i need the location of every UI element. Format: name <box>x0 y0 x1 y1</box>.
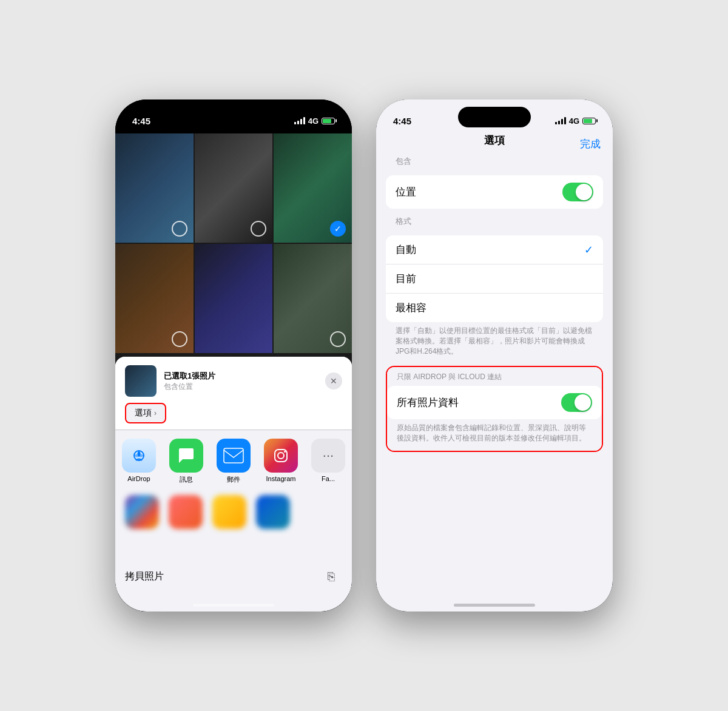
share-app-more[interactable]: ··· Fa... <box>305 439 352 484</box>
photo-cell-4[interactable] <box>115 244 194 353</box>
mail-icon <box>217 439 251 473</box>
select-circle-4[interactable] <box>172 331 187 347</box>
share-sheet: 已選取1張照片 包含位置 ✕ 選項 › <box>115 357 352 612</box>
include-card: 位置 <box>386 175 603 209</box>
share-app-messages[interactable]: 訊息 <box>163 439 210 484</box>
photo-cell-2[interactable] <box>195 133 273 243</box>
format-current-label: 目前 <box>396 272 416 286</box>
format-card: 自動 ✓ 目前 最相容 <box>386 235 603 322</box>
format-section: 格式 自動 ✓ 目前 最相容 選擇「自動」以使用目標位置的最佳格式或「目前」以避… <box>376 214 613 361</box>
airdrop-icon <box>122 439 156 473</box>
checkmark-icon: ✓ <box>584 243 593 257</box>
left-phone: 4:45 4G <box>115 99 352 612</box>
dynamic-island-right <box>458 107 531 127</box>
options-button-wrap: 選項 › <box>125 403 166 423</box>
mail-label: 郵件 <box>227 475 240 484</box>
format-compatible-label: 最相容 <box>396 301 426 315</box>
airdrop-section-highlighted: 只限 AIRDROP 與 ICLOUD 連結 所有照片資料 原始品質的檔案會包含… <box>386 366 603 452</box>
format-auto-label: 自動 <box>396 243 416 257</box>
signal-icon-right <box>555 117 566 124</box>
share-header: 已選取1張照片 包含位置 ✕ 選項 › <box>115 357 352 430</box>
messages-icon <box>169 439 203 473</box>
share-close-button[interactable]: ✕ <box>325 372 342 389</box>
close-icon: ✕ <box>330 376 337 386</box>
svg-point-4 <box>284 451 286 453</box>
done-button[interactable]: 完成 <box>580 137 601 151</box>
location-toggle[interactable] <box>562 183 593 201</box>
photo-cell-3[interactable]: ✓ <box>274 133 352 243</box>
share-apps-row: AirDrop 訊息 <box>115 430 352 490</box>
signal-icon-left <box>294 117 305 124</box>
blurred-icon-2 <box>169 495 203 529</box>
share-bottom-bar: 拷貝照片 ⎘ <box>115 559 352 593</box>
blurred-icon-3 <box>212 495 246 529</box>
format-current-row[interactable]: 目前 <box>386 265 603 294</box>
share-app-mail[interactable]: 郵件 <box>210 439 257 484</box>
messages-label: 訊息 <box>180 475 193 484</box>
share-more-icons <box>115 490 352 534</box>
battery-icon-right <box>582 118 596 124</box>
photo-cell-6[interactable] <box>274 244 352 353</box>
photo-cell-5[interactable] <box>195 244 273 353</box>
select-circle-2[interactable] <box>251 221 266 237</box>
svg-rect-1 <box>224 448 243 463</box>
include-section: 包含 位置 <box>376 153 613 209</box>
all-photos-row[interactable]: 所有照片資料 <box>387 386 602 419</box>
airdrop-card: 所有照片資料 <box>387 386 602 419</box>
options-label: 選項 <box>135 408 152 419</box>
select-circle-6[interactable] <box>330 331 346 347</box>
battery-icon-left <box>322 118 335 124</box>
share-title: 已選取1張照片 <box>164 371 318 382</box>
share-preview-image <box>125 365 157 397</box>
more-label: Fa... <box>322 475 335 482</box>
more-icon: ··· <box>311 439 345 473</box>
copy-photos-label: 拷貝照片 <box>125 570 164 583</box>
options-title: 選項 <box>484 133 505 147</box>
network-type-right: 4G <box>569 116 579 126</box>
chevron-icon: › <box>154 409 157 417</box>
format-auto-row[interactable]: 自動 ✓ <box>386 235 603 265</box>
include-section-label: 包含 <box>376 153 613 170</box>
blurred-icon-4 <box>256 495 290 529</box>
blurred-icon-1 <box>125 495 159 529</box>
options-button[interactable]: 選項 › <box>125 403 166 423</box>
instagram-icon <box>264 439 298 473</box>
right-phone: 4:45 4G 選項 完成 包含 <box>376 99 613 612</box>
all-photos-label: 所有照片資料 <box>397 396 459 409</box>
time-right: 4:45 <box>393 116 411 126</box>
svg-point-3 <box>278 453 284 459</box>
format-description: 選擇「自動」以使用目標位置的最佳格式或「目前」以避免檔案格式轉換。若選擇「最相容… <box>386 322 603 361</box>
location-row[interactable]: 位置 <box>386 175 603 209</box>
home-indicator-right <box>454 604 535 607</box>
time-left: 4:45 <box>132 116 150 126</box>
photo-cell-1[interactable] <box>115 133 194 243</box>
format-compatible-row[interactable]: 最相容 <box>386 294 603 322</box>
dynamic-island-left <box>197 107 270 127</box>
airdrop-section-label: 只限 AIRDROP 與 ICLOUD 連結 <box>387 367 602 386</box>
share-app-instagram[interactable]: Instagram <box>257 439 305 484</box>
network-type-left: 4G <box>308 116 318 126</box>
share-app-airdrop[interactable]: AirDrop <box>115 439 163 484</box>
home-indicator-left <box>193 604 274 607</box>
copy-button[interactable]: ⎘ <box>320 565 342 587</box>
format-section-label: 格式 <box>376 214 613 231</box>
all-photos-toggle[interactable] <box>561 393 592 412</box>
select-circle-1[interactable] <box>172 221 187 237</box>
all-photos-description: 原始品質的檔案會包含編輯記錄和位置、景深資訊、說明等後設資料。收件人可檢視目前的… <box>387 419 602 448</box>
share-subtitle: 包含位置 <box>164 382 318 392</box>
select-circle-3[interactable]: ✓ <box>330 221 346 237</box>
instagram-label: Instagram <box>266 475 296 482</box>
airdrop-label: AirDrop <box>127 475 150 482</box>
location-label: 位置 <box>396 185 416 199</box>
